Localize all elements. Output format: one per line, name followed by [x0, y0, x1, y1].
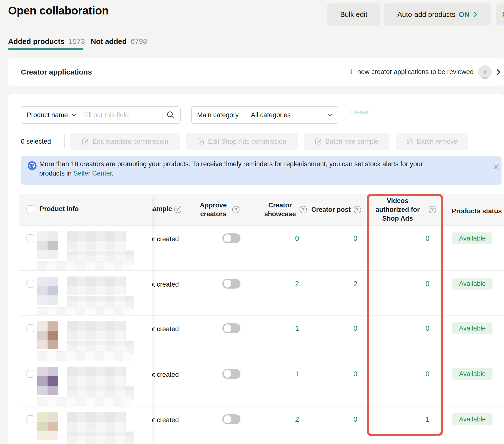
tab-bar: Added products 1573 Not added 6798: [8, 37, 147, 46]
column-approve-creators: Approve creators: [197, 201, 229, 219]
creator-post-count[interactable]: 0: [323, 234, 357, 242]
edit-shop-ads-commission-button[interactable]: Edit Shop Ads commission: [186, 133, 298, 150]
frozen-header: Product info: [19, 194, 152, 225]
creator-showcase-count[interactable]: 1: [265, 370, 299, 378]
batch-free-sample-label: Batch free sample: [325, 138, 379, 145]
product-cell: [19, 270, 152, 315]
stock-alert-banner: More than 18 creators are promoting your…: [21, 156, 502, 185]
bulk-edit-label: Bulk edit: [340, 11, 367, 19]
approve-creators-toggle[interactable]: [222, 279, 240, 289]
tab-not-added-label: Not added: [91, 37, 127, 45]
edit-icon: [82, 138, 89, 145]
column-creator-post: Creator post: [311, 205, 351, 214]
prohibit-icon: [406, 138, 413, 145]
select-all-checkbox[interactable]: [26, 205, 34, 213]
auto-add-label: Auto-add products: [397, 11, 455, 19]
creator-avatar: [478, 65, 492, 79]
row-checkbox[interactable]: [26, 324, 34, 332]
creator-showcase-count[interactable]: 1: [265, 324, 299, 333]
open-collaboration-page: Open collaboration Bulk edit Auto-add pr…: [0, 0, 504, 444]
tab-not-added[interactable]: Not added 6798: [91, 37, 147, 46]
status-badge: Available: [452, 322, 492, 334]
product-thumbnail-blurred: [37, 412, 58, 440]
status-badge: Available: [452, 232, 492, 244]
creator-showcase-count[interactable]: 0: [265, 234, 299, 242]
auto-add-products-button[interactable]: Auto-add products ON: [384, 3, 491, 25]
banner-line1: More than 18 creators are promoting your…: [39, 159, 423, 169]
search-icon[interactable]: [166, 111, 175, 119]
chevron-right-icon[interactable]: [496, 68, 501, 76]
chevron-down-icon: [71, 113, 77, 117]
approve-creators-toggle[interactable]: [222, 414, 240, 424]
approve-creators-toggle[interactable]: [222, 369, 240, 379]
product-cell: [19, 225, 152, 270]
edit-icon: [315, 138, 322, 145]
blurred-product-subtitle: [67, 431, 134, 444]
creator-applications-summary: 1 new creator applications to be reviewe…: [349, 58, 501, 86]
bulk-edit-button[interactable]: Bulk edit: [327, 3, 380, 25]
creator-applications-title: Creator applications: [21, 58, 92, 86]
banner-text: More than 18 creators are promoting your…: [39, 159, 423, 178]
status-badge: Available: [452, 368, 492, 380]
batch-remove-label: Batch remove: [417, 138, 458, 145]
row-checkbox[interactable]: [26, 415, 34, 423]
category-filter-value[interactable]: All categories: [251, 111, 291, 119]
annotation-highlight-rectangle: [367, 194, 443, 436]
divider: [64, 134, 65, 148]
row-checkbox[interactable]: [26, 370, 34, 378]
product-thumbnail-blurred: [37, 321, 58, 349]
tab-added-label: Added products: [8, 37, 64, 45]
help-icon[interactable]: ?: [300, 206, 307, 213]
blurred-product-title: [67, 412, 126, 431]
chevron-right-icon: [473, 11, 477, 18]
tab-added-products[interactable]: Added products 1573: [8, 37, 85, 46]
product-thumbnail-blurred: [37, 231, 58, 259]
close-icon[interactable]: [491, 162, 501, 172]
active-tab-underline: [8, 48, 83, 50]
edit-icon: [197, 138, 204, 145]
page-title: Open collaboration: [8, 4, 108, 17]
edit-standard-commission-button[interactable]: Edit standard commission: [70, 133, 180, 150]
banner-line2: products in Seller Center.: [39, 169, 423, 178]
blurred-product-title: [67, 276, 126, 296]
help-icon[interactable]: ?: [354, 206, 361, 213]
product-thumbnail-blurred: [37, 277, 58, 305]
row-checkbox[interactable]: [26, 234, 34, 242]
batch-remove-button[interactable]: Batch remove: [396, 133, 468, 150]
frozen-product-column: Product info: [19, 194, 152, 444]
creator-post-count[interactable]: 0: [323, 370, 357, 378]
main-category-filter[interactable]: Main category All categories: [191, 106, 338, 124]
product-cell: [19, 406, 152, 444]
partial-right-button[interactable]: C: [496, 3, 504, 25]
tab-not-added-count: 6798: [131, 37, 147, 45]
creator-showcase-count[interactable]: 2: [265, 415, 299, 424]
product-cell: [19, 361, 152, 406]
creator-post-count[interactable]: 0: [323, 324, 357, 333]
creator-applications-card[interactable]: Creator applications 1 new creator appli…: [8, 58, 504, 86]
creator-post-count[interactable]: 0: [323, 415, 357, 424]
tab-added-count: 1573: [68, 37, 85, 45]
help-icon[interactable]: ?: [232, 206, 239, 213]
search-input[interactable]: Fill out this field: [83, 111, 162, 119]
column-product-info: Product info: [40, 205, 79, 213]
edit-shop-ads-commission-label: Edit Shop Ads commission: [208, 138, 286, 145]
search-field-selector[interactable]: Product name: [27, 111, 68, 119]
reset-button[interactable]: Reset: [351, 108, 369, 116]
approve-creators-toggle[interactable]: [222, 233, 240, 243]
product-thumbnail-blurred: [37, 367, 58, 395]
product-search-filter[interactable]: Product name Fill out this field: [21, 106, 181, 124]
creator-post-count[interactable]: 2: [323, 280, 357, 288]
creator-showcase-count[interactable]: 2: [265, 280, 299, 288]
approve-creators-toggle[interactable]: [222, 323, 240, 333]
products-table: Free sample ? Approve creators ? Creator…: [19, 194, 504, 444]
clock-icon: [28, 161, 36, 170]
help-icon[interactable]: ?: [174, 206, 181, 213]
batch-free-sample-button[interactable]: Batch free sample: [304, 133, 389, 150]
seller-center-link[interactable]: Seller Center: [73, 170, 112, 177]
auto-add-state: ON: [459, 11, 470, 19]
creator-applications-count: 1: [349, 68, 353, 76]
product-cell: [19, 315, 152, 361]
edit-standard-commission-label: Edit standard commission: [92, 138, 168, 145]
blurred-product-title: [67, 367, 126, 386]
row-checkbox[interactable]: [26, 280, 34, 288]
